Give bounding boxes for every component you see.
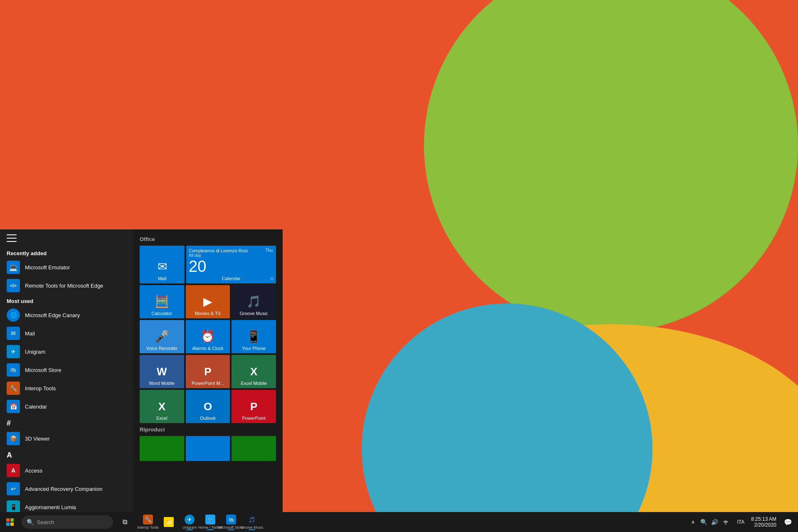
tile-powerpoint[interactable]: P PowerPoint [232, 390, 276, 423]
taskbar-search[interactable]: 🔍 Search [22, 515, 113, 529]
tray-volume-icon[interactable]: 🔊 [710, 512, 720, 532]
tile-outlook[interactable]: O Outlook [186, 390, 230, 423]
word-mobile-tile-label: Word Mobile [149, 381, 175, 386]
app-item-advanced-recovery[interactable]: ↩ Advanced Recovery Companion [0, 480, 133, 498]
svg-rect-2 [6, 522, 10, 526]
start-menu-left-panel: Recently added 💻 Microsoft Emulator </> … [0, 229, 133, 512]
your-phone-tile-label: Your Phone [242, 346, 266, 351]
wifi-icon [722, 519, 729, 525]
task-view-icon: ⧉ [123, 518, 127, 526]
taskbar-ms-store-icon: 🛍 [226, 515, 236, 525]
3d-viewer-name: 3D Viewer [25, 436, 50, 442]
tile-your-phone[interactable]: 📱 Your Phone [232, 320, 276, 353]
search-placeholder: Search [37, 519, 54, 525]
taskbar-unigram-label: Unigram [182, 525, 197, 530]
groove-music-tile-label: Groove Music [240, 311, 268, 316]
tile-row-2: 🧮 Calculator ▶ Movies & TV 🎵 Groove Musi… [140, 285, 276, 318]
taskbar-file-explorer-icon: 📁 [164, 517, 174, 527]
tile-calculator[interactable]: 🧮 Calculator [140, 285, 184, 318]
taskbar-app-unigram[interactable]: ✈ Unigram [180, 512, 200, 532]
3d-viewer-icon: 📦 [7, 432, 20, 445]
taskbar-app-file-explorer[interactable]: 📁 [159, 512, 179, 532]
app-item-edge-canary[interactable]: 🌐 Microsoft Edge Canary [0, 306, 133, 324]
aggiornamenti-lumia-name: Aggiornamenti Lumia [25, 504, 76, 510]
powerpoint-mobile-tile-label: PowerPoint M... [192, 381, 224, 386]
app-item-access[interactable]: A Access [0, 461, 133, 480]
riproduci-tile-3[interactable] [232, 436, 276, 461]
language-indicator[interactable]: ITA [736, 519, 746, 525]
calendar-grid-icon: ⊞ [270, 276, 273, 281]
taskbar-app-groove[interactable]: 🎵 Groove Music [242, 512, 262, 532]
system-tray: ∧ 🔍 🔊 [685, 512, 734, 532]
access-icon: A [7, 464, 20, 477]
unigram-name: Unigram [25, 349, 45, 355]
taskbar-interop-tools-icon: 🔧 [143, 515, 153, 525]
alarms-clock-tile-label: Alarms & Clock [192, 346, 223, 351]
taskbar-interop-tools-label: Interop Tools [137, 525, 158, 530]
alpha-a: A [0, 448, 133, 461]
excel-mobile-tile-icon: X [250, 365, 257, 378]
calculator-tile-icon: 🧮 [155, 295, 169, 308]
tray-network-icon[interactable] [721, 512, 731, 532]
interop-tools-icon: 🔧 [7, 382, 20, 395]
app-item-interop-tools[interactable]: 🔧 Interop Tools [0, 379, 133, 397]
app-item-remote-tools[interactable]: </> Remote Tools for Microsoft Edge [0, 276, 133, 295]
app-item-3d-viewer[interactable]: 📦 3D Viewer [0, 429, 133, 448]
taskbar-app-ms-store[interactable]: 🛍 Microsoft Store [221, 512, 241, 532]
tile-excel-mobile[interactable]: X Excel Mobile [232, 355, 276, 388]
aggiornamenti-lumia-icon: 📱 [7, 500, 20, 512]
riproduci-tiles [140, 436, 276, 461]
task-view-button[interactable]: ⧉ [115, 512, 135, 532]
alarms-clock-tile-icon: ⏰ [200, 330, 215, 343]
taskbar-app-interop-tools[interactable]: 🔧 Interop Tools [138, 512, 158, 532]
excel-tile-icon: X [158, 400, 165, 413]
app-item-mail[interactable]: ✉ Mail [0, 324, 133, 342]
tray-search-icon[interactable]: 🔍 [699, 512, 709, 532]
start-menu-header [0, 229, 133, 247]
alpha-hash: # [0, 416, 133, 429]
tile-word-mobile[interactable]: W Word Mobile [140, 355, 184, 388]
taskbar-unigram-icon: ✈ [185, 515, 195, 525]
windows-logo-icon [6, 518, 14, 526]
tile-calendar[interactable]: Thu Compleanno di Lorenzo Rosi All day 2… [186, 246, 276, 283]
movies-tv-tile-icon: ▶ [203, 295, 212, 308]
taskbar-app-twitter[interactable]: 🐦 Home / Twitter [200, 512, 220, 532]
mail-icon: ✉ [7, 327, 20, 340]
tile-powerpoint-mobile[interactable]: P PowerPoint M... [186, 355, 230, 388]
notification-button[interactable]: 💬 [781, 512, 795, 532]
remote-tools-icon: </> [7, 279, 20, 292]
app-item-aggiornamenti-lumia[interactable]: 📱 Aggiornamenti Lumia [0, 498, 133, 512]
tile-alarms-clock[interactable]: ⏰ Alarms & Clock [186, 320, 230, 353]
clock-date: 2/20/2020 [754, 522, 776, 528]
voice-recorder-tile-label: Voice Recorder [146, 346, 177, 351]
tile-mail[interactable]: ✉ Mail [140, 246, 185, 283]
tile-groove-music[interactable]: 🎵 Groove Music [232, 285, 276, 318]
tile-voice-recorder[interactable]: 🎤 Voice Recorder [140, 320, 184, 353]
hamburger-button[interactable] [7, 234, 17, 242]
most-used-label: Most used [0, 295, 133, 306]
tile-excel[interactable]: X Excel [140, 390, 184, 423]
tray-up-arrow[interactable]: ∧ [688, 512, 698, 532]
calendar-allday: All day [189, 253, 273, 258]
office-section-label: Office [140, 236, 276, 242]
advanced-recovery-name: Advanced Recovery Companion [25, 486, 102, 492]
taskbar-groove-icon: 🎵 [247, 515, 257, 525]
tile-movies-tv[interactable]: ▶ Movies & TV [186, 285, 230, 318]
app-item-calendar[interactable]: 📅 Calendar [0, 397, 133, 416]
start-button[interactable] [0, 512, 20, 532]
app-item-unigram[interactable]: ✈ Unigram [0, 342, 133, 361]
recently-added-label: Recently added [0, 247, 133, 258]
clock-area[interactable]: 8:25:13 AM 2/20/2020 [748, 512, 780, 532]
wallpaper-circle-green [424, 0, 798, 332]
app-item-microsoft-emulator[interactable]: 💻 Microsoft Emulator [0, 258, 133, 276]
tile-row-5: X Excel O Outlook P PowerPoint [140, 390, 276, 423]
taskbar-right: ∧ 🔍 🔊 ITA 8:25:13 AM 2/20/2020 💬 [685, 512, 798, 532]
riproduci-tile-1[interactable] [140, 436, 184, 461]
svg-rect-3 [10, 522, 14, 526]
riproduci-tile-2[interactable] [186, 436, 230, 461]
app-item-ms-store[interactable]: 🛍 Microsoft Store [0, 361, 133, 379]
unigram-icon: ✈ [7, 345, 20, 358]
excel-mobile-tile-label: Excel Mobile [241, 381, 266, 386]
taskbar-ms-store-label: Microsoft Store [219, 525, 244, 530]
tile-row-1: ✉ Mail Thu Compleanno di Lorenzo Rosi Al… [140, 246, 276, 283]
